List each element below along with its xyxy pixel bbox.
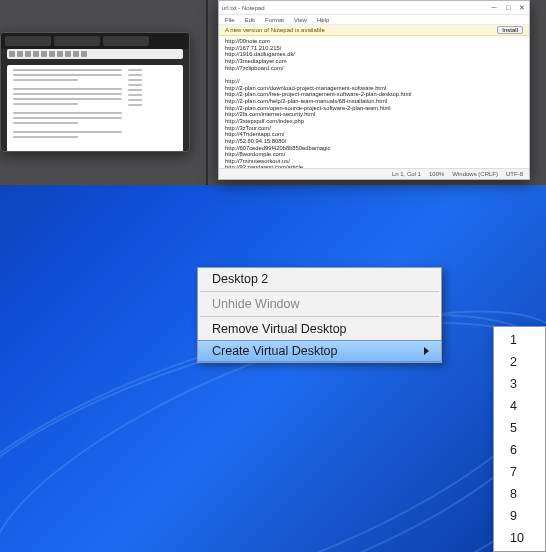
create-desktop-submenu: 1 2 3 4 5 6 7 8 9 10 xyxy=(493,326,546,552)
menu-view[interactable]: View xyxy=(294,17,307,23)
submenu-item-7[interactable]: 7 xyxy=(494,461,545,483)
submenu-item-8[interactable]: 8 xyxy=(494,483,545,505)
submenu-arrow-icon xyxy=(424,347,429,355)
submenu-label: 1 xyxy=(510,333,517,347)
browser-tabstrip xyxy=(1,33,189,49)
menu-item-create-virtual-desktop[interactable]: Create Virtual Desktop xyxy=(198,340,441,362)
doc-toolbar xyxy=(7,49,183,59)
submenu-item-2[interactable]: 2 xyxy=(494,351,545,373)
doc-page xyxy=(7,65,183,152)
menu-item-label: Create Virtual Desktop xyxy=(212,344,338,358)
submenu-label: 8 xyxy=(510,487,517,501)
submenu-item-4[interactable]: 4 xyxy=(494,395,545,417)
minimize-icon[interactable]: ─ xyxy=(490,4,498,12)
menu-file[interactable]: File xyxy=(225,17,235,23)
status-enc: Windows (CRLF) xyxy=(452,171,498,177)
submenu-label: 7 xyxy=(510,465,517,479)
submenu-item-3[interactable]: 3 xyxy=(494,373,545,395)
notice-text: A new version of Notepad is available xyxy=(225,27,325,33)
close-icon[interactable]: ✕ xyxy=(518,4,526,12)
notice-install-button[interactable]: Install xyxy=(497,26,523,34)
maximize-icon[interactable]: □ xyxy=(504,4,512,12)
submenu-label: 2 xyxy=(510,355,517,369)
menu-help[interactable]: Help xyxy=(317,17,329,23)
menu-separator xyxy=(200,316,439,317)
window-thumbnail-notepad[interactable]: url.txt - Notepad ─ □ ✕ File Edit Format… xyxy=(218,0,530,180)
notepad-content[interactable]: http://00note.com http://167.71.210.215/… xyxy=(219,36,529,180)
thumbnail-divider xyxy=(206,0,208,185)
status-pos: Ln 1, Col 1 xyxy=(392,171,421,177)
status-fmt: UTF-8 xyxy=(506,171,523,177)
menu-item-unhide-window: Unhide Window xyxy=(198,293,441,315)
submenu-label: 4 xyxy=(510,399,517,413)
submenu-item-6[interactable]: 6 xyxy=(494,439,545,461)
menu-item-remove-virtual-desktop[interactable]: Remove Virtual Desktop xyxy=(198,318,441,340)
submenu-item-10[interactable]: 10 xyxy=(494,527,545,549)
notepad-menubar: File Edit Format View Help xyxy=(219,15,529,25)
menu-item-desktop2[interactable]: Desktop 2 xyxy=(198,268,441,290)
context-menu: Desktop 2 Unhide Window Remove Virtual D… xyxy=(197,267,442,363)
notepad-statusbar: Ln 1, Col 1 100% Windows (CRLF) UTF-8 xyxy=(219,168,529,179)
notepad-title: url.txt - Notepad xyxy=(222,5,265,11)
submenu-label: 6 xyxy=(510,443,517,457)
menu-item-label: Unhide Window xyxy=(212,297,300,311)
menu-separator xyxy=(200,291,439,292)
menu-format[interactable]: Format xyxy=(265,17,284,23)
notepad-update-notice: A new version of Notepad is available In… xyxy=(219,25,529,36)
menu-item-label: Desktop 2 xyxy=(212,272,268,286)
submenu-label: 3 xyxy=(510,377,517,391)
submenu-item-1[interactable]: 1 xyxy=(494,329,545,351)
notepad-titlebar: url.txt - Notepad ─ □ ✕ xyxy=(219,1,529,15)
submenu-item-9[interactable]: 9 xyxy=(494,505,545,527)
status-zoom: 100% xyxy=(429,171,444,177)
menu-edit[interactable]: Edit xyxy=(245,17,255,23)
window-thumbnail-browser[interactable] xyxy=(0,32,190,152)
submenu-label: 9 xyxy=(510,509,517,523)
submenu-item-5[interactable]: 5 xyxy=(494,417,545,439)
menu-item-label: Remove Virtual Desktop xyxy=(212,322,347,336)
submenu-label: 5 xyxy=(510,421,517,435)
submenu-label: 10 xyxy=(510,531,524,545)
window-controls: ─ □ ✕ xyxy=(490,4,526,12)
